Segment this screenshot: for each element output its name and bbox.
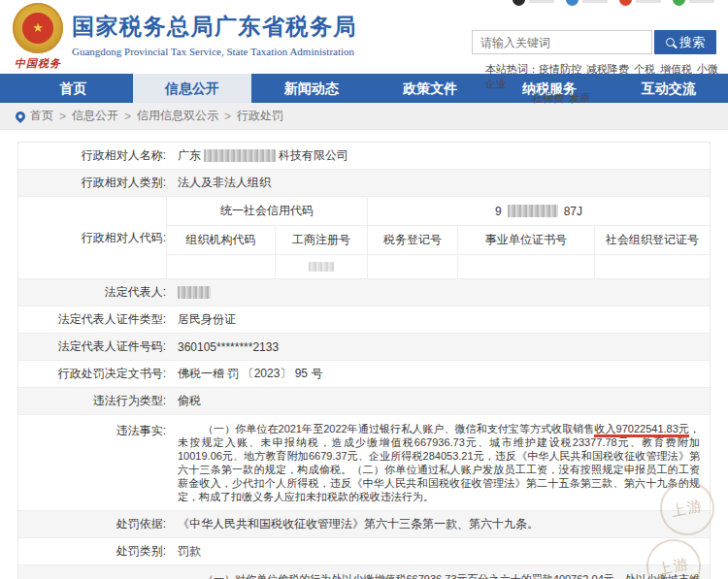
breadcrumb-separator: > — [124, 110, 131, 123]
row-id-type: 法定代表人证件类型: 居民身份证 — [18, 306, 710, 334]
party-name-prefix: 广东 — [178, 147, 201, 164]
redacted-credit-code — [508, 205, 558, 217]
id-number-label: 法定代表人证件号码: — [18, 334, 166, 360]
violation-type-label: 违法行为类型: — [18, 388, 166, 414]
row-penalty-type: 处罚类别: 罚款 — [18, 538, 710, 565]
party-name-value: 广东 科技有限公司 — [166, 143, 710, 169]
site-subtitle: Guangdong Provincial Tax Service, State … — [72, 46, 357, 57]
code-value-institution — [457, 255, 594, 278]
code-value-tax-reg — [367, 255, 457, 278]
facts-text-after: ，未按规定入账、未申报纳税，造成少缴增值税667936.73元、城市维护建设税2… — [178, 423, 700, 502]
row-id-number: 法定代表人证件号码: 360105********2133 — [18, 334, 710, 361]
party-name-suffix: 科技有限公司 — [279, 147, 348, 164]
credit-code-suffix: 87J — [564, 205, 582, 218]
nav-item-news[interactable]: 新闻动态 — [251, 74, 371, 103]
hot-word-link[interactable]: 发票 — [569, 92, 590, 104]
nav-item-policy-documents[interactable]: 政策文件 — [371, 74, 490, 103]
hot-word-link[interactable]: 疫情防控 — [539, 63, 581, 75]
row-violation-facts: 违法事实: （一）你单位在2021年至2022年通过银行私人账户、微信和支付宝等… — [18, 415, 710, 511]
share-item-1[interactable] — [513, 0, 554, 6]
party-category-value: 法人及非法人组织 — [166, 170, 710, 196]
row-doc-number: 行政处罚决定文书号: 佛税一稽 罚 〔2023〕 95 号 — [18, 361, 710, 388]
party-codes-label: 行政相对人代码: — [18, 197, 166, 278]
facts-text-before: （一）你单位在2021年至2022年通过银行私人账户、微信和支付宝等方式收取销售 — [203, 423, 594, 434]
penalty-type-label: 处罚类别: — [18, 538, 166, 564]
share-item-3[interactable] — [619, 0, 661, 6]
redacted-company-name — [204, 149, 276, 162]
row-legal-rep: 法定代表人: — [18, 279, 710, 306]
site-logo: ★ 中国税务 — [8, 3, 68, 71]
share-label-stub — [636, 0, 661, 3]
share-label-stub — [689, 0, 714, 3]
credit-code-header: 统一社会信用代码 — [166, 197, 367, 226]
hot-words-line2: 社保费发票 — [532, 91, 718, 106]
hot-words-label: 本站热词： — [485, 63, 539, 75]
share-icon-black[interactable] — [513, 0, 525, 6]
hot-words: 本站热词：疫情防控减税降费个税增值税小微企业 社保费发票 — [485, 62, 718, 106]
site-header: ★ 中国税务 国家税务总局广东省税务局 Guangdong Provincial… — [0, 0, 728, 74]
doc-number-value: 佛税一稽 罚 〔2023〕 95 号 — [166, 361, 710, 387]
china-tax-emblem-icon: ★ — [13, 3, 63, 53]
logo-text: 中国税务 — [8, 56, 68, 71]
breadcrumb-info-disclosure[interactable]: 信息公开 — [72, 108, 118, 124]
hot-word-link[interactable]: 减税降费 — [586, 63, 629, 75]
hot-word-link[interactable]: 社保费 — [532, 92, 564, 104]
penalty-basis-value: 《中华人民共和国税收征收管理法》第六十三条第一款、第六十九条。 — [166, 511, 710, 537]
search-area: 搜索 — [472, 30, 716, 54]
share-icon-blue[interactable] — [566, 0, 579, 6]
id-type-value: 居民身份证 — [166, 306, 710, 333]
share-label-stub — [582, 0, 608, 3]
share-icon-red[interactable] — [619, 0, 632, 6]
page: ★ 中国税务 国家税务总局广东省税务局 Guangdong Provincial… — [0, 0, 728, 579]
party-codes-value: 统一社会信用代码 9 87J 组织机构代码 工商注册号 税务登记号 事业单位证书… — [166, 197, 710, 278]
violation-facts-text: （一）你单位在2021年至2022年通过银行私人账户、微信和支付宝等方式收取销售… — [178, 420, 700, 505]
share-icon-green[interactable] — [673, 0, 685, 6]
hot-word-link[interactable]: 增值税 — [660, 63, 692, 75]
code-col-social-org: 社会组织登记证号 — [594, 226, 710, 255]
codes-grid: 统一社会信用代码 9 87J 组织机构代码 工商注册号 税务登记号 事业单位证书… — [166, 197, 710, 278]
breadcrumb-credit-info[interactable]: 信用信息双公示 — [137, 108, 218, 124]
search-icon — [666, 38, 675, 47]
row-violation-type: 违法行为类型: 偷税 — [18, 388, 710, 415]
search-button[interactable]: 搜索 — [654, 30, 716, 54]
row-party-name: 行政相对人名称: 广东 科技有限公司 — [18, 143, 710, 170]
credit-code-value: 9 87J — [367, 197, 710, 226]
code-col-business: 工商注册号 — [275, 226, 367, 255]
highlighted-revenue-amount: 收入97022541.83元 — [594, 423, 689, 437]
breadcrumb-admin-penalty[interactable]: 行政处罚 — [237, 108, 283, 124]
penalty-type-value: 罚款 — [166, 538, 710, 564]
redacted-business-reg-no — [309, 262, 334, 272]
location-pin-icon — [14, 109, 27, 122]
emblem-star-icon: ★ — [22, 13, 53, 44]
breadcrumb-home[interactable]: 首页 — [30, 108, 53, 124]
code-col-tax-reg: 税务登记号 — [367, 226, 457, 255]
code-col-org: 组织机构代码 — [166, 226, 275, 255]
row-penalty-basis: 处罚依据: 《中华人民共和国税收征收管理法》第六十三条第一款、第六十九条。 — [18, 511, 710, 538]
hot-word-link[interactable]: 个税 — [634, 63, 655, 75]
penalty-content-text: （一）对你单位偷税的行为处以少缴增值税667936.73元百分之六十的罚款400… — [178, 570, 700, 579]
search-button-label: 搜索 — [679, 34, 705, 51]
share-label-stub — [529, 0, 554, 3]
breadcrumb-separator: > — [224, 110, 231, 123]
legal-rep-label: 法定代表人: — [18, 279, 166, 306]
row-party-category: 行政相对人类别: 法人及非法人组织 — [18, 170, 710, 197]
party-category-label: 行政相对人类别: — [18, 170, 166, 196]
penalty-detail-table: 行政相对人名称: 广东 科技有限公司 行政相对人类别: 法人及非法人组织 行政相… — [17, 142, 711, 579]
party-name-label: 行政相对人名称: — [18, 143, 166, 169]
share-item-4[interactable] — [673, 0, 714, 6]
share-icons-row — [513, 0, 714, 6]
hot-words-line1: 本站热词：疫情防控减税降费个税增值税小微企业 — [485, 62, 718, 91]
search-input[interactable] — [472, 30, 652, 54]
nav-item-home[interactable]: 首页 — [14, 74, 133, 103]
site-titles: 国家税务总局广东省税务局 Guangdong Provincial Tax Se… — [72, 12, 357, 57]
share-item-2[interactable] — [566, 0, 608, 6]
legal-rep-value — [166, 279, 710, 306]
violation-facts-value: （一）你单位在2021年至2022年通过银行私人账户、微信和支付宝等方式收取销售… — [166, 415, 710, 510]
penalty-content-label: 处罚内容: — [18, 565, 166, 579]
nav-item-info-disclosure[interactable]: 信息公开 — [133, 74, 252, 103]
credit-code-prefix: 9 — [495, 205, 502, 218]
row-party-codes: 行政相对人代码: 统一社会信用代码 9 87J 组织机构代码 工商注册号 税务登… — [18, 197, 710, 279]
doc-number-label: 行政处罚决定文书号: — [18, 361, 166, 387]
penalty-content-value: （一）对你单位偷税的行为处以少缴增值税667936.73元百分之六十的罚款400… — [166, 565, 710, 579]
main-content: 行政相对人名称: 广东 科技有限公司 行政相对人类别: 法人及非法人组织 行政相… — [0, 130, 728, 579]
